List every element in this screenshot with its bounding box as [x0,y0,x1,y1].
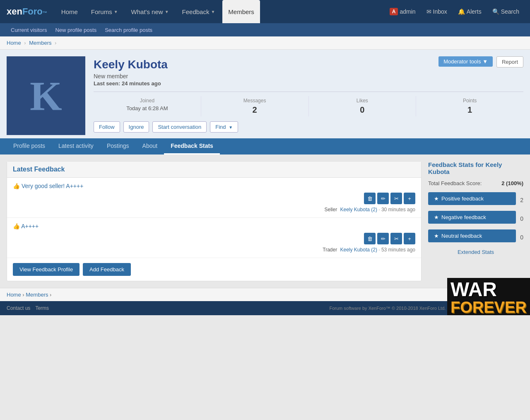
feedback-user-link-2[interactable]: Keely Kubota (2) [340,247,377,253]
feedback-meta-2: Trader Keely Kubota (2) · 53 minutes ago [13,247,415,253]
total-score-value: 2 (100%) [501,180,523,186]
feedback-time-value-2: 53 minutes ago [381,247,415,253]
avatar: K [7,56,85,135]
feedback-panel: Latest Feedback 👍 Very good seller! A+++… [7,161,422,281]
nav-members[interactable]: Members [222,0,260,23]
stats-panel: Feedback Stats for Keely Kubota Total Fe… [428,161,523,281]
breadcrumb: Home › Members › [0,36,530,50]
footer-breadcrumb-members[interactable]: Members [26,292,48,298]
extended-stats-link[interactable]: Extended Stats [428,249,523,255]
neutral-feedback-button[interactable]: ★ Neutral feedback [428,229,516,242]
profile-actions: Follow Ignore Start conversation Find ▼ [94,121,523,138]
feedback-time-1: · [378,207,381,212]
edit-btn-1[interactable]: ✏ [377,193,389,204]
wf-forever-text: FOREVER [447,299,530,315]
wf-war-text: WAR [447,278,530,299]
add-btn-1[interactable]: + [404,193,415,204]
delete-btn-2[interactable]: 🗑 [364,233,376,244]
nav-right: A admin ✉ Inbox 🔔 Alerts 🔍 Search [385,5,523,18]
search-icon: 🔍 [492,8,499,15]
view-feedback-profile-button[interactable]: View Feedback Profile [13,263,80,276]
neutral-feedback-row: ★ Neutral feedback 0 [428,229,523,245]
admin-button[interactable]: A admin [385,5,420,18]
admin-badge: A [390,8,398,15]
last-seen-label: Last seen: [94,80,120,87]
alerts-button[interactable]: 🔔 Alerts [454,6,486,17]
stat-likes-label: Likes [309,98,416,104]
tab-profile-posts[interactable]: Profile posts [7,138,52,154]
stat-messages: Messages 2 [201,96,309,116]
tab-postings[interactable]: Postings [100,138,136,154]
add-btn-2[interactable]: + [404,233,415,244]
bell-icon: 🔔 [458,8,465,15]
add-feedback-button[interactable]: Add Feedback [83,263,131,276]
start-conversation-button[interactable]: Start conversation [152,121,207,133]
stat-likes-value: 0 [309,105,416,115]
find-arrow: ▼ [229,125,233,130]
neutral-count: 0 [520,234,523,241]
thumb-icon-2: 👍 [13,223,20,229]
admin-name: admin [400,8,415,15]
feedback-arrow: ▼ [211,10,215,14]
sub-navigation: Current visitors New profile posts Searc… [0,23,530,36]
ignore-button[interactable]: Ignore [123,121,149,133]
positive-feedback-button[interactable]: ★ Positive feedback [428,192,516,205]
feedback-role-2: Trader [323,247,337,253]
nav-forums[interactable]: Forums ▼ [85,0,124,23]
cut-btn-2[interactable]: ✂ [390,233,402,244]
feedback-text-2: 👍 A++++ [13,223,415,229]
contact-us-link[interactable]: Contact us [7,305,30,311]
tab-latest-activity[interactable]: Latest activity [52,138,100,154]
inbox-label: Inbox [433,8,447,15]
feedback-actions-1: 🗑 ✏ ✂ + [13,193,415,204]
inbox-button[interactable]: ✉ Inbox [422,6,451,17]
last-seen-value: 24 minutes ago [122,80,161,87]
logo[interactable]: xenForo™ [7,6,47,17]
stat-joined: Joined Today at 6:28 AM [94,96,201,116]
breadcrumb-home[interactable]: Home [7,40,21,46]
feedback-text-1: 👍 Very good seller! A++++ [13,183,415,189]
nav-home[interactable]: Home [55,0,84,23]
profile-tabs: Profile posts Latest activity Postings A… [0,138,530,154]
sub-nav-search-profile-posts[interactable]: Search profile posts [101,23,157,36]
star-icon-neutral: ★ [434,233,439,239]
stat-joined-value: Today at 6:28 AM [94,105,201,111]
tab-about[interactable]: About [136,138,164,154]
find-button[interactable]: Find ▼ [210,121,238,133]
top-navigation: xenForo™ Home Forums ▼ What's new ▼ Feed… [0,0,530,23]
avatar-letter: K [30,72,62,120]
edit-btn-2[interactable]: ✏ [377,233,389,244]
footer-links: Contact us Terms [7,305,49,311]
feedback-bottom-actions: View Feedback Profile Add Feedback [7,258,421,281]
breadcrumb-separator-1: › [24,40,26,46]
report-button[interactable]: Report [496,56,523,68]
feedback-item-1: 👍 Very good seller! A++++ 🗑 ✏ ✂ + Seller… [7,178,421,218]
cut-btn-1[interactable]: ✂ [390,193,402,204]
terms-link[interactable]: Terms [35,305,49,311]
breadcrumb-members[interactable]: Members [29,40,51,46]
nav-feedback[interactable]: Feedback ▼ [176,0,221,23]
feedback-actions-2: 🗑 ✏ ✂ + [13,233,415,244]
search-button[interactable]: 🔍 Search [488,6,523,17]
thumb-icon-1: 👍 [13,183,20,189]
mod-tools-button[interactable]: Moderator tools ▼ [438,56,493,67]
tab-feedback-stats[interactable]: Feedback Stats [164,138,220,154]
nav-whats-new[interactable]: What's new ▼ [125,0,175,23]
stat-points: Points 1 [416,96,523,116]
profile-role: New member [94,73,523,80]
delete-btn-1[interactable]: 🗑 [364,193,376,204]
feedback-meta-1: Seller Keely Kubota (2) · 30 minutes ago [13,207,415,212]
profile-header: K Keely Kubota New member Last seen: 24 … [0,50,530,138]
footer-bottom: Contact us Terms Forum software by XenFo… [0,301,530,315]
feedback-user-link-1[interactable]: Keely Kubota (2) [340,207,377,212]
positive-feedback-row: ★ Positive feedback 2 [428,192,523,208]
sub-nav-current-visitors[interactable]: Current visitors [7,23,51,36]
negative-feedback-button[interactable]: ★ Negative feedback [428,211,516,224]
follow-button[interactable]: Follow [94,121,120,133]
profile-info: Keely Kubota New member Last seen: 24 mi… [94,56,523,138]
footer-breadcrumb-home[interactable]: Home [7,292,21,298]
breadcrumb-separator-2: › [55,40,56,46]
sub-nav-new-profile-posts[interactable]: New profile posts [51,23,101,36]
whats-new-arrow: ▼ [165,10,169,14]
negative-feedback-row: ★ Negative feedback 0 [428,211,523,226]
